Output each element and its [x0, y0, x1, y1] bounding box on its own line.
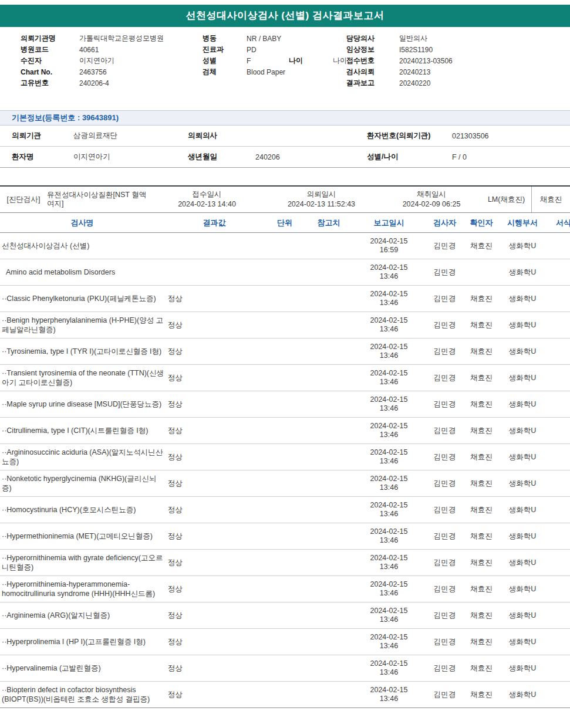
department-name: 생화학U: [499, 637, 546, 647]
header-field: Chart No. 2463756: [21, 66, 164, 77]
header-field: 성별 F 나이 나이: [203, 55, 347, 66]
results-table-header: 검사명결과값단위참고치보고일시검사자확인자시행부서서식: [0, 213, 570, 233]
results-column-header: 보고일시: [352, 218, 426, 227]
field-label: 성별: [203, 56, 247, 66]
field-value: 20240220: [399, 79, 430, 87]
reported-at: 2024-02-15 16:59: [352, 237, 426, 255]
tester-name: 김민경: [426, 505, 464, 515]
test-name: ··Hypermethioninemia (MET)(고메티오닌혈증): [0, 531, 164, 541]
reported-at-text: 2024-02-15 13:46: [368, 501, 410, 519]
field-label: 접수번호: [346, 56, 399, 66]
field-extra-value: 나이: [333, 56, 347, 66]
field-label: 환자명: [12, 152, 73, 162]
department-name: 생화학U: [499, 268, 546, 277]
department-name: 생화학U: [499, 690, 546, 700]
reported-at-text: 2024-02-15 13:46: [368, 686, 410, 703]
order-info-row: [진단검사] 유전성대사이상질환[NST 혈액여지] 접수일시 2024-02-…: [0, 185, 570, 213]
tester-name: 김민경: [426, 399, 464, 409]
result-row: ··Argininemia (ARG)(알지닌혈증) 정상 2024-02-15…: [0, 602, 570, 629]
field-value: 021303506: [452, 132, 489, 140]
order-receipt-value: 2024-02-13 14:40: [153, 199, 261, 209]
confirmer-name: 채효진: [464, 294, 499, 304]
order-collect-label: 채취일시: [382, 189, 481, 199]
result-row: ··Maple syrup urine disease [MSUD](단풍당뇨증…: [0, 391, 570, 418]
result-value: 정상: [164, 426, 264, 436]
test-name: ··Argininosuccinic aciduria (ASA)(알지노석시닌…: [0, 448, 164, 466]
result-row: ··Hypervalinemia (고발린혈증) 정상 2024-02-15 1…: [0, 655, 570, 682]
test-name: ··Hyperprolinemia I (HP I)(고프롤린혈증 I형): [0, 637, 164, 646]
result-value: 정상: [164, 373, 264, 383]
test-name: ··Hyperornithinemia-hyperammonemia-homoc…: [0, 580, 164, 598]
reported-at: 2024-02-15 13:46: [352, 527, 426, 545]
basic-info-header: 기본정보(등록번호 : 39643891): [0, 110, 570, 126]
field-label: 임상정보: [346, 45, 399, 55]
order-request: 의뢰일시 2024-02-13 11:52:43: [261, 189, 382, 209]
tester-name: 김민경: [426, 611, 464, 621]
department-name: 생화학U: [499, 373, 546, 383]
basic-info-cell: 생년월일 240206: [188, 152, 367, 162]
reported-at: 2024-02-15 13:46: [352, 554, 426, 571]
field-extra-label: 나이: [289, 56, 333, 66]
reported-at-text: 2024-02-15 13:46: [368, 290, 410, 307]
results-column-header: 검사자: [426, 218, 464, 228]
reported-at: 2024-02-15 13:46: [352, 633, 426, 651]
reported-at: 2024-02-15 13:46: [352, 580, 426, 598]
field-label: 병원코드: [21, 45, 79, 55]
test-name: 선천성대사이상검사 (선별): [0, 241, 164, 250]
tester-name: 김민경: [426, 452, 464, 462]
test-name: ··Homocystinuria (HCY)(호모시스틴뇨증): [0, 505, 164, 514]
results-column-header: 서식: [546, 218, 570, 228]
results-column-header: 검사명: [0, 218, 164, 228]
result-value: 정상: [164, 505, 264, 515]
confirmer-name: 채효진: [464, 663, 499, 673]
field-label: 환자번호(의뢰기관): [367, 131, 452, 141]
result-row: Amino acid metabolism Disorders 2024-02-…: [0, 259, 570, 286]
field-value: 삼광의료재단: [73, 131, 188, 141]
field-value: PD: [247, 46, 257, 54]
result-row: ··Hyperornithinemia with gyrate deficien…: [0, 550, 570, 576]
confirmer-name: 채효진: [464, 241, 499, 251]
result-row: ··Hyperprolinemia I (HP I)(고프롤린혈증 I형) 정상…: [0, 629, 570, 655]
basic-info-cell: 성별/나이 F / 0: [367, 152, 467, 162]
field-value: 20240213: [399, 68, 430, 76]
reported-at: 2024-02-15 13:46: [352, 475, 426, 492]
tester-name: 김민경: [426, 531, 464, 541]
confirmer-name: 채효진: [464, 426, 499, 436]
field-label: 진료과: [203, 45, 247, 55]
test-name: ··Nonketotic hyperglycinemia (NKHG)(글리신뇌…: [0, 474, 164, 493]
header-col-middle: 병동 NR / BABY 진료과 PD 성별 F 나이 나이 검체 Blood …: [203, 33, 347, 77]
field-label: 병동: [203, 33, 247, 43]
result-row: ··Nonketotic hyperglycinemia (NKHG)(글리신뇌…: [0, 470, 570, 497]
department-name: 생화학U: [499, 320, 546, 330]
reported-at: 2024-02-15 13:46: [352, 448, 426, 466]
field-value: 2463756: [79, 68, 107, 76]
field-value: F: [247, 57, 282, 65]
tester-name: 김민경: [426, 584, 464, 594]
test-name: ··Citrullinemia, type I (CIT)(시트룰린혈증 I형): [0, 426, 164, 435]
tester-name: 김민경: [426, 479, 464, 489]
basic-info-cell: 환자번호(의뢰기관) 021303506: [367, 131, 489, 141]
confirmer-name: 채효진: [464, 347, 499, 357]
result-row: ··Benign hyperphenylalaninemia (H-PHE)(양…: [0, 312, 570, 338]
confirmer-name: 채효진: [464, 479, 499, 489]
tester-name: 김민경: [426, 690, 464, 700]
reported-at-text: 2024-02-15 13:46: [368, 475, 410, 492]
tester-name: 김민경: [426, 347, 464, 357]
field-value: NR / BABY: [247, 35, 281, 43]
reported-at: 2024-02-15 13:46: [352, 659, 426, 677]
confirmer-name: 채효진: [464, 373, 499, 383]
field-label: Chart No.: [21, 68, 79, 76]
department-name: 생화학U: [499, 663, 546, 673]
field-value: I582S1190: [399, 46, 433, 54]
confirmer-name: 채효진: [464, 452, 499, 462]
department-name: 생화학U: [499, 294, 546, 304]
result-value: 정상: [164, 690, 264, 700]
reported-at-text: 2024-02-15 13:46: [368, 580, 410, 598]
reported-at-text: 2024-02-15 13:46: [368, 263, 410, 281]
confirmer-name: 채효진: [464, 320, 499, 330]
test-name: ··Maple syrup urine disease [MSUD](단풍당뇨증…: [0, 399, 164, 409]
reported-at-text: 2024-02-15 16:59: [368, 237, 410, 255]
department-name: 생화학U: [499, 479, 546, 489]
result-value: 정상: [164, 584, 264, 594]
field-value: 이지연아기: [79, 56, 114, 66]
